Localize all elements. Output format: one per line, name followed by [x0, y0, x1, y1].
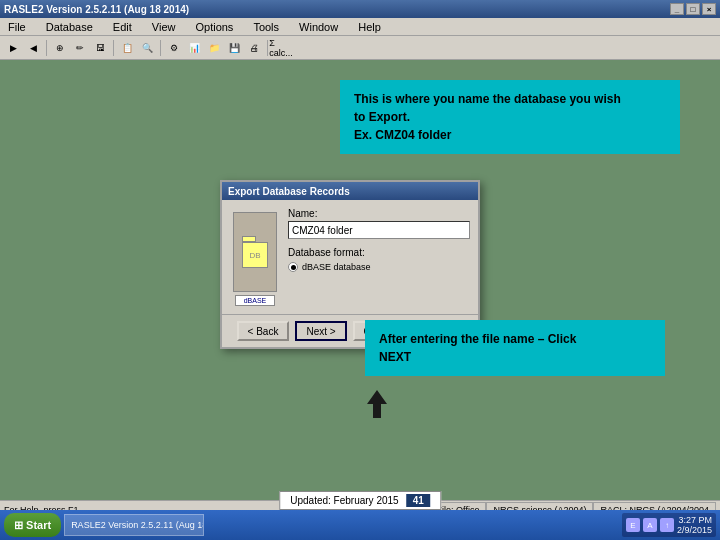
sys-icon-1: E	[626, 518, 640, 532]
taskbar-items: RASLE2 Version 2.5.2.11 (Aug 18 2014)	[64, 514, 619, 536]
toolbar-sep-1	[46, 40, 47, 56]
title-bar: RASLE2 Version 2.5.2.11 (Aug 18 2014) _ …	[0, 0, 720, 18]
menu-edit[interactable]: Edit	[109, 20, 136, 34]
menu-tools[interactable]: Tools	[249, 20, 283, 34]
toolbar: ▶ ◀ ⊕ ✏ 🖫 📋 🔍 ⚙ 📊 📁 💾 🖨 Σ calc...	[0, 36, 720, 60]
dialog-title: Export Database Records	[222, 182, 478, 200]
dialog-fields: Name: Database format: dBASE database	[288, 208, 470, 306]
clock-date: 2/9/2015	[677, 525, 712, 535]
toolbar-btn-2[interactable]: ◀	[24, 39, 42, 57]
toolbar-btn-6[interactable]: 📋	[118, 39, 136, 57]
toolbar-sep-3	[160, 40, 161, 56]
toolbar-btn-8[interactable]: ⚙	[165, 39, 183, 57]
start-button[interactable]: ⊞ Start	[4, 513, 61, 537]
dialog-icon-box: DB	[233, 212, 277, 292]
menu-help[interactable]: Help	[354, 20, 385, 34]
clock-area: 3:27 PM 2/9/2015	[677, 515, 712, 535]
db-label: dBASE	[235, 295, 275, 306]
close-button[interactable]: ×	[702, 3, 716, 15]
page-number: 41	[407, 494, 430, 507]
tooltip1-line3: Ex. CMZ04 folder	[354, 128, 451, 142]
db-format-label: Database format:	[288, 247, 470, 258]
toolbar-btn-10[interactable]: 📁	[205, 39, 223, 57]
taskbar: ⊞ Start RASLE2 Version 2.5.2.11 (Aug 18 …	[0, 510, 720, 540]
tooltip-export-info: This is where you name the database you …	[340, 80, 680, 154]
back-button[interactable]: < Back	[237, 321, 289, 341]
arrow-indicator	[367, 390, 387, 420]
menu-view[interactable]: View	[148, 20, 180, 34]
tooltip2-line1: After entering the file name – Click	[379, 332, 576, 346]
maximize-button[interactable]: □	[686, 3, 700, 15]
menu-options[interactable]: Options	[191, 20, 237, 34]
toolbar-btn-5[interactable]: 🖫	[91, 39, 109, 57]
toolbar-btn-12[interactable]: 🖨	[245, 39, 263, 57]
toolbar-btn-7[interactable]: 🔍	[138, 39, 156, 57]
db-icon-body: DB	[242, 242, 268, 268]
tooltip1-line2: to Export.	[354, 110, 410, 124]
database-icon: DB	[242, 236, 268, 268]
sys-icon-3: ↑	[660, 518, 674, 532]
menu-file[interactable]: File	[4, 20, 30, 34]
toolbar-btn-9[interactable]: 📊	[185, 39, 203, 57]
tooltip-next-info: After entering the file name – Click NEX…	[365, 320, 665, 376]
menu-database[interactable]: Database	[42, 20, 97, 34]
menu-bar: File Database Edit View Options Tools Wi…	[0, 18, 720, 36]
toolbar-btn-11[interactable]: 💾	[225, 39, 243, 57]
taskbar-sys-tray: E A ↑ 3:27 PM 2/9/2015	[622, 513, 716, 537]
name-input[interactable]	[288, 221, 470, 239]
dialog-body: DB dBASE Name: Database format: dBASE da…	[222, 200, 478, 314]
app-title: RASLE2 Version 2.5.2.11 (Aug 18 2014)	[4, 4, 189, 15]
taskbar-item-label: RASLE2 Version 2.5.2.11 (Aug 18 2014)	[71, 520, 204, 530]
toolbar-btn-1[interactable]: ▶	[4, 39, 22, 57]
clock-time: 3:27 PM	[678, 515, 712, 525]
toolbar-btn-4[interactable]: ✏	[71, 39, 89, 57]
radio-group: dBASE database	[288, 262, 470, 272]
name-label: Name:	[288, 208, 470, 219]
toolbar-sep-2	[113, 40, 114, 56]
update-label: Updated: February 2015	[290, 495, 398, 506]
tooltip1-line1: This is where you name the database you …	[354, 92, 621, 106]
toolbar-calc[interactable]: Σ calc...	[272, 39, 290, 57]
tooltip2-line2: NEXT	[379, 350, 411, 364]
next-button[interactable]: Next >	[295, 321, 347, 341]
radio-label-dbase: dBASE database	[302, 262, 371, 272]
sys-icon-2: A	[643, 518, 657, 532]
window-controls[interactable]: _ □ ×	[670, 3, 716, 15]
update-label-bar: Updated: February 2015 41	[279, 491, 441, 510]
taskbar-item-app[interactable]: RASLE2 Version 2.5.2.11 (Aug 18 2014)	[64, 514, 204, 536]
dialog-icon-area: DB dBASE	[230, 208, 280, 306]
radio-dot-dbase[interactable]	[288, 262, 298, 272]
menu-window[interactable]: Window	[295, 20, 342, 34]
svg-marker-0	[367, 390, 387, 418]
toolbar-sep-4	[267, 40, 268, 56]
main-content: This is where you name the database you …	[0, 60, 720, 518]
toolbar-btn-3[interactable]: ⊕	[51, 39, 69, 57]
radio-dbase[interactable]: dBASE database	[288, 262, 470, 272]
minimize-button[interactable]: _	[670, 3, 684, 15]
